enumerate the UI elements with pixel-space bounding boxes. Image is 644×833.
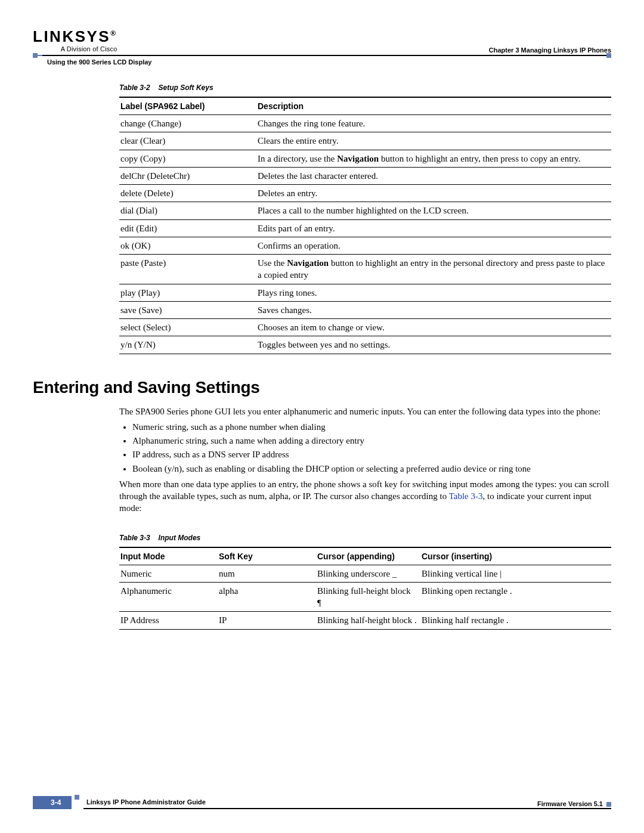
table-row: y/n (Y/N)Toggles between yes and no sett… bbox=[119, 336, 611, 354]
chapter-label: Chapter 3 Managing Linksys IP Phones bbox=[489, 47, 611, 54]
col-cursor-inserting: Cursor (inserting) bbox=[420, 547, 611, 565]
col-soft-key: Soft Key bbox=[218, 547, 316, 565]
table-3-2-caption: Table 3-2Setup Soft Keys bbox=[119, 83, 611, 92]
table-row: ok (OK)Confirms an operation. bbox=[119, 237, 611, 254]
table-row: delete (Delete)Deletes an entry. bbox=[119, 185, 611, 202]
logo-text: LINKSYS® bbox=[33, 29, 117, 44]
table-setup-soft-keys: Label (SPA962 Label) Description change … bbox=[119, 97, 611, 354]
data-type-list: Numeric string, such as a phone number w… bbox=[132, 421, 611, 475]
page-number: 3-4 bbox=[33, 796, 72, 809]
table-row: save (Save)Saves changes. bbox=[119, 301, 611, 318]
table-row: clear (Clear)Clears the entire entry. bbox=[119, 132, 611, 150]
table-row: change (Change)Changes the ring tone fea… bbox=[119, 115, 611, 132]
table-3-3-caption: Table 3-3Input Modes bbox=[119, 534, 611, 542]
page-footer: Linksys IP Phone Administrator Guide 3-4… bbox=[33, 808, 611, 809]
col-description: Description bbox=[256, 97, 611, 115]
firmware-version: Firmware Version 5.1 bbox=[537, 800, 611, 807]
list-item: Boolean (y/n), such as enabling or disab… bbox=[132, 463, 611, 475]
input-mode-paragraph: When more than one data type applies to … bbox=[119, 478, 611, 515]
list-item: Numeric string, such as a phone number w… bbox=[132, 421, 611, 433]
table-3-3-link[interactable]: Table 3-3 bbox=[449, 491, 483, 501]
table-input-modes: Input Mode Soft Key Cursor (appending) C… bbox=[119, 547, 611, 630]
footer-guide-title: Linksys IP Phone Administrator Guide bbox=[86, 798, 206, 806]
table-row: delChr (DeleteChr)Deletes the last chara… bbox=[119, 167, 611, 184]
list-item: IP address, such as a DNS server IP addr… bbox=[132, 448, 611, 460]
table-row: paste (Paste)Use the Navigation button t… bbox=[119, 255, 611, 284]
table-row: Numeric num Blinking underscore _ Blinki… bbox=[119, 565, 611, 582]
table-row: dial (Dial)Places a call to the number h… bbox=[119, 202, 611, 219]
table-row: play (Play)Plays ring tones. bbox=[119, 284, 611, 301]
section-reference: Using the 900 Series LCD Display bbox=[47, 58, 151, 66]
table-row: edit (Edit)Edits part of an entry. bbox=[119, 219, 611, 237]
col-cursor-appending: Cursor (appending) bbox=[316, 547, 420, 565]
table-row: select (Select)Chooses an item to change… bbox=[119, 319, 611, 336]
logo-subtext: A Division of Cisco bbox=[33, 45, 117, 52]
table-row: IP Address IP Blinking half-height block… bbox=[119, 612, 611, 629]
table-row: Alphanumeric alpha Blinking full-height … bbox=[119, 582, 611, 612]
header-rule bbox=[33, 55, 611, 56]
intro-paragraph: The SPA900 Series phone GUI lets you ent… bbox=[119, 405, 611, 417]
col-input-mode: Input Mode bbox=[119, 547, 218, 565]
section-heading: Entering and Saving Settings bbox=[33, 378, 611, 397]
logo: LINKSYS® A Division of Cisco bbox=[33, 29, 117, 52]
page-header: LINKSYS® A Division of Cisco Chapter 3 M… bbox=[33, 24, 611, 64]
col-label: Label (SPA962 Label) bbox=[119, 97, 256, 115]
list-item: Alphanumeric string, such a name when ad… bbox=[132, 435, 611, 447]
table-row: copy (Copy)In a directory, use the Navig… bbox=[119, 150, 611, 167]
